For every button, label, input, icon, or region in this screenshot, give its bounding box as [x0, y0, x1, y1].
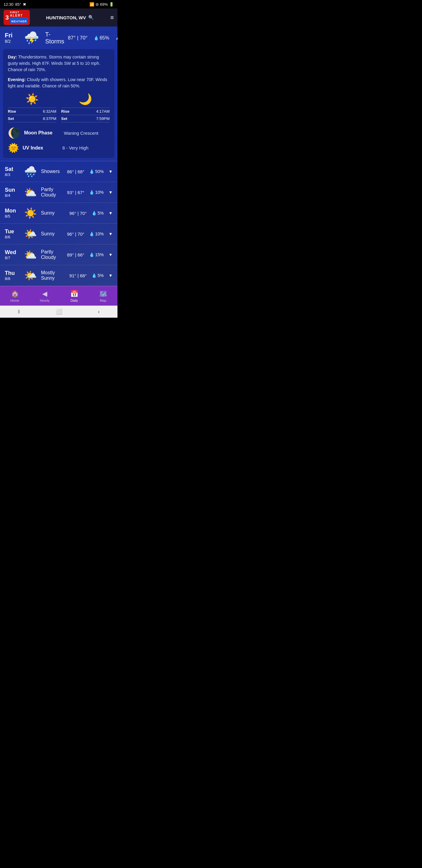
- forecast-precip: 💧 15%: [89, 252, 104, 257]
- status-temp: 85°: [15, 2, 21, 7]
- current-day-header[interactable]: Fri 8/2 ⛈️ T-Storms 87° | 70° 💧 65% ▲: [0, 27, 118, 49]
- precip-drop-icon: 💧: [92, 211, 97, 216]
- precip-drop-icon: 💧: [94, 36, 99, 40]
- nav-item-map[interactable]: 🗺️ Map: [96, 288, 111, 304]
- forecast-weather-icon: ⛅: [24, 249, 37, 261]
- moon-rise-time: 4:17AM: [96, 109, 110, 114]
- current-day-date: 8/2: [5, 39, 18, 44]
- current-precip: 💧 65%: [94, 35, 109, 41]
- logo-weather: WEATHER: [11, 20, 27, 23]
- home-button[interactable]: ⬜: [56, 308, 62, 315]
- moon-rise-row: Rise 4:17AM: [61, 109, 110, 114]
- logo-number: 3: [5, 14, 9, 21]
- forecast-weather-icon: 🌤️: [24, 270, 37, 281]
- forecast-day-label: Tue 8/6: [5, 228, 20, 239]
- forecast-day-date: 8/5: [5, 214, 20, 218]
- forecast-condition: Partly Cloudy: [41, 249, 64, 260]
- recent-apps-button[interactable]: ⦀: [18, 309, 20, 315]
- set-label: Set: [8, 116, 14, 121]
- search-icon[interactable]: 🔍: [88, 15, 94, 20]
- battery-percent: 69%: [100, 2, 108, 7]
- forecast-day-date: 8/4: [5, 193, 20, 198]
- bottom-nav: 🏠 Home ◀ Hourly 📅 Daily 🗺️ Map: [0, 286, 118, 306]
- forecast-expand-chevron[interactable]: ▼: [108, 252, 112, 257]
- sun-column: ☀️ Rise 6:32AM Set 8:37PM: [8, 93, 56, 123]
- nav-item-home[interactable]: 🏠 Home: [7, 288, 23, 304]
- status-left: 12:30 85° ✖: [4, 2, 26, 7]
- header-location[interactable]: HUNTINGTON, WV 🔍: [46, 15, 94, 20]
- moon-icon: 🌙: [78, 93, 92, 105]
- forecast-row[interactable]: Mon 8/5 ☀️ Sunny 96° | 70° 💧 5% ▼: [0, 203, 118, 224]
- forecast-day-name: Tue: [5, 228, 20, 235]
- sun-rise-row: Rise 6:32AM: [8, 109, 56, 114]
- wifi-icon: 📶: [90, 2, 94, 7]
- moon-set-label: Set: [61, 116, 67, 121]
- forecast-row[interactable]: Thu 8/8 🌤️ Mostly Sunny 91° | 68° 💧 5% ▼: [0, 265, 118, 286]
- forecast-day-name: Mon: [5, 208, 20, 214]
- nav-item-daily[interactable]: 📅 Daily: [67, 288, 82, 304]
- moon-phase-icon: 🌘: [8, 127, 21, 139]
- forecast-day-date: 8/3: [5, 173, 20, 177]
- moon-set-row: Set 7:59PM: [61, 116, 110, 121]
- status-x-icon: ✖: [23, 2, 26, 7]
- forecast-expand-chevron[interactable]: ▼: [108, 211, 112, 216]
- nav-icon-hourly: ◀: [42, 290, 47, 298]
- current-condition: T-Storms: [45, 31, 64, 45]
- precip-drop-icon: 💧: [89, 169, 94, 174]
- forecast-temps: 86° | 68°: [67, 169, 85, 174]
- day-forecast-text: Day: Thunderstorms. Storms may contain s…: [8, 54, 110, 73]
- nav-label-map: Map: [100, 299, 106, 302]
- forecast-row[interactable]: Wed 8/7 ⛅ Partly Cloudy 89° | 66° 💧 15% …: [0, 244, 118, 265]
- sun-set-time: 8:37PM: [43, 116, 56, 121]
- forecast-precip: 💧 10%: [89, 190, 104, 195]
- forecast-precip: 💧 50%: [89, 169, 104, 174]
- uv-value: 8 - Very High: [62, 145, 89, 150]
- forecast-day-date: 8/7: [5, 255, 20, 260]
- current-day-label: Fri 8/2: [5, 32, 18, 44]
- logo-weather-box: WEATHER: [10, 18, 28, 24]
- expand-chevron[interactable]: ▲: [116, 35, 118, 41]
- forecast-precip: 💧 5%: [92, 273, 104, 278]
- forecast-day-name: Thu: [5, 270, 20, 276]
- precip-drop-icon: 💧: [89, 190, 94, 195]
- forecast-expand-chevron[interactable]: ▼: [108, 169, 112, 174]
- app-header: 3 FIRST ALERT WEATHER HUNTINGTON, WV 🔍 ≡: [0, 8, 118, 27]
- nav-icon-home: 🏠: [11, 290, 19, 298]
- forecast-temps: 89° | 66°: [67, 252, 85, 257]
- dnd-icon: ⊘: [96, 2, 99, 7]
- forecast-row[interactable]: Tue 8/6 🌤️ Sunny 96° | 70° 💧 10% ▼: [0, 224, 118, 244]
- current-weather-icon: ⛈️: [24, 31, 39, 45]
- forecast-day-name: Sun: [5, 187, 20, 193]
- moon-set-time: 7:59PM: [96, 116, 110, 121]
- forecast-row[interactable]: Sun 8/4 ⛅ Partly Cloudy 93° | 67° 💧 10% …: [0, 182, 118, 203]
- evening-forecast-text: Evening: Cloudy with showers. Low near 7…: [8, 76, 110, 89]
- status-right: 📶 ⊘ 69% 🔋: [90, 2, 114, 7]
- forecast-row[interactable]: Sat 8/3 🌧️ Showers 86° | 68° 💧 50% ▼: [0, 161, 118, 182]
- forecast-expand-chevron[interactable]: ▼: [108, 231, 112, 236]
- menu-button[interactable]: ≡: [110, 14, 114, 21]
- forecast-precip: 💧 10%: [89, 231, 104, 236]
- uv-label: UV Index: [23, 145, 59, 151]
- nav-label-home: Home: [10, 299, 19, 302]
- nav-label-daily: Daily: [70, 299, 78, 302]
- nav-label-hourly: Hourly: [40, 299, 50, 302]
- main-content: Fri 8/2 ⛈️ T-Storms 87° | 70° 💧 65% ▲ Da…: [0, 27, 118, 286]
- forecast-day-name: Sat: [5, 166, 20, 173]
- current-day-name: Fri: [5, 32, 18, 39]
- forecast-day-date: 8/6: [5, 235, 20, 239]
- nav-item-hourly[interactable]: ◀ Hourly: [36, 288, 53, 304]
- forecast-temps: 93° | 67°: [67, 190, 85, 195]
- forecast-expand-chevron[interactable]: ▼: [108, 190, 112, 195]
- rise-label: Rise: [8, 109, 16, 114]
- forecast-temps: 96° | 70°: [67, 231, 85, 237]
- moon-phase-row: 🌘 Moon Phase Waning Crescent: [8, 127, 110, 139]
- forecast-list: Sat 8/3 🌧️ Showers 86° | 68° 💧 50% ▼ Sun…: [0, 161, 118, 286]
- current-day-section: Fri 8/2 ⛈️ T-Storms 87° | 70° 💧 65% ▲ Da…: [0, 27, 118, 161]
- back-button[interactable]: ‹: [98, 309, 100, 315]
- forecast-temps: 91° | 68°: [69, 273, 87, 278]
- uv-sun-icon: 🌞: [8, 143, 19, 153]
- forecast-expand-chevron[interactable]: ▼: [108, 273, 112, 278]
- forecast-weather-icon: 🌧️: [24, 165, 37, 178]
- forecast-condition: Showers: [41, 169, 64, 174]
- system-nav: ⦀ ⬜ ‹: [0, 306, 118, 318]
